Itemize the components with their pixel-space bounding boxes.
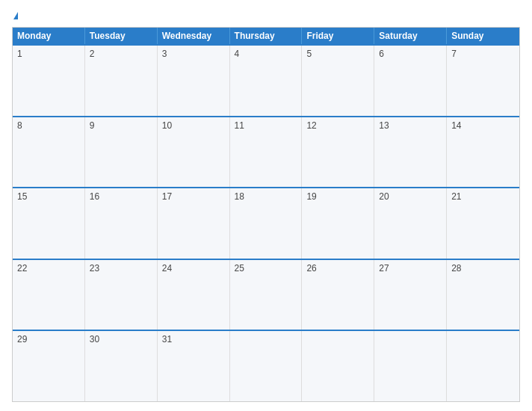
day-cell: 10: [158, 117, 230, 188]
day-cell: 28: [447, 260, 519, 330]
week-row-3: 15161718192021: [13, 187, 519, 259]
day-cell: 26: [302, 260, 374, 330]
week-row-1: 1234567: [13, 44, 519, 116]
logo-triangle-icon: [13, 12, 18, 19]
day-number: 18: [235, 191, 244, 202]
day-cell: 1: [13, 46, 85, 116]
day-number: 5: [306, 49, 312, 59]
day-number: 28: [451, 263, 461, 274]
day-number: 3: [162, 49, 167, 59]
day-cell: 29: [13, 331, 85, 401]
day-number: 1: [17, 49, 22, 59]
day-number: 15: [17, 191, 27, 202]
logo-general-line: [12, 9, 18, 21]
day-number: 14: [451, 120, 461, 131]
day-header-saturday: Saturday: [374, 28, 447, 44]
day-cell: 8: [13, 117, 85, 188]
day-header-sunday: Sunday: [447, 28, 519, 44]
day-number: 25: [235, 263, 244, 274]
day-cell: 3: [158, 46, 230, 116]
day-cell: 6: [374, 46, 447, 116]
day-number: 17: [162, 191, 172, 202]
day-cell: 2: [85, 46, 158, 116]
day-number: 29: [17, 334, 27, 344]
logo: [12, 9, 18, 21]
day-cell: 19: [302, 188, 374, 259]
day-cell: 20: [374, 188, 447, 259]
page: MondayTuesdayWednesdayThursdayFridaySatu…: [0, 0, 532, 411]
week-row-4: 22232425262728: [13, 259, 519, 330]
day-number: 12: [306, 120, 316, 131]
day-cell: 14: [447, 117, 519, 188]
header: [12, 9, 520, 21]
day-number: 4: [235, 49, 240, 59]
day-cell: 27: [374, 260, 447, 330]
day-cell: 12: [302, 117, 374, 188]
day-header-monday: Monday: [13, 28, 85, 44]
day-number: 16: [90, 191, 99, 202]
day-number: 27: [379, 263, 389, 274]
day-number: 2: [90, 49, 95, 59]
day-header-wednesday: Wednesday: [158, 28, 230, 44]
day-header-thursday: Thursday: [230, 28, 303, 44]
day-cell: 16: [85, 188, 158, 259]
day-number: 21: [451, 191, 461, 202]
day-cell: 5: [302, 46, 374, 116]
day-cell: 18: [230, 188, 303, 259]
day-header-friday: Friday: [302, 28, 374, 44]
day-cell: [374, 331, 447, 401]
day-number: 30: [90, 334, 99, 344]
day-number: 19: [306, 191, 316, 202]
day-number: 8: [17, 120, 22, 131]
day-number: 20: [379, 191, 389, 202]
day-number: 22: [17, 263, 27, 274]
day-number: 13: [379, 120, 389, 131]
day-cell: 30: [85, 331, 158, 401]
day-cell: 31: [158, 331, 230, 401]
day-cell: 7: [447, 46, 519, 116]
day-cell: 15: [13, 188, 85, 259]
day-number: 7: [451, 49, 457, 59]
day-cell: 24: [158, 260, 230, 330]
day-number: 10: [162, 120, 172, 131]
day-number: 26: [306, 263, 316, 274]
day-header-tuesday: Tuesday: [85, 28, 158, 44]
day-cell: 25: [230, 260, 303, 330]
day-cell: 9: [85, 117, 158, 188]
day-cell: 23: [85, 260, 158, 330]
day-cell: 22: [13, 260, 85, 330]
day-cell: 4: [230, 46, 303, 116]
day-number: 6: [379, 49, 384, 59]
day-cell: 11: [230, 117, 303, 188]
day-number: 23: [90, 263, 99, 274]
day-number: 9: [90, 120, 95, 131]
day-cell: [302, 331, 374, 401]
day-cell: [230, 331, 303, 401]
day-cell: 21: [447, 188, 519, 259]
day-cell: [447, 331, 519, 401]
day-number: 11: [235, 120, 244, 131]
day-cell: 13: [374, 117, 447, 188]
calendar: MondayTuesdayWednesdayThursdayFridaySatu…: [12, 27, 520, 402]
week-row-2: 891011121314: [13, 116, 519, 188]
day-number: 24: [162, 263, 172, 274]
day-cell: 17: [158, 188, 230, 259]
day-number: 31: [162, 334, 172, 344]
calendar-header: MondayTuesdayWednesdayThursdayFridaySatu…: [13, 28, 519, 44]
week-row-5: 293031: [13, 330, 519, 401]
calendar-body: 1234567891011121314151617181920212223242…: [13, 44, 519, 401]
